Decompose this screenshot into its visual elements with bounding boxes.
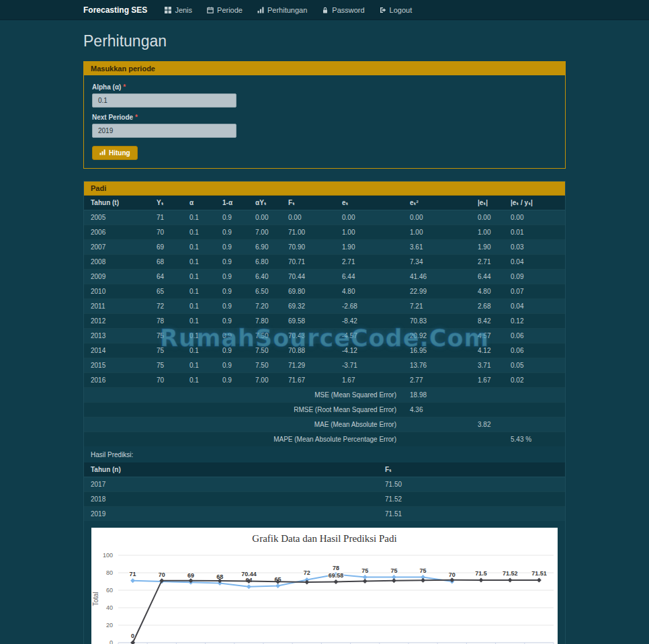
summary-value: 4.36 xyxy=(403,403,471,417)
nav-item-logout[interactable]: Logout xyxy=(380,6,413,14)
table-cell: 2.68 xyxy=(471,299,504,314)
svg-text:75: 75 xyxy=(361,567,368,574)
table-cell: 0.9 xyxy=(216,329,249,344)
svg-text:100: 100 xyxy=(103,552,113,559)
nav-item-periode[interactable]: Periode xyxy=(207,6,243,14)
input-panel: Masukkan periode Alpha (α) * Next Period… xyxy=(83,61,566,169)
svg-text:70: 70 xyxy=(449,571,456,578)
table-cell: 69 xyxy=(150,240,183,255)
column-header: αYₜ xyxy=(249,196,282,210)
table-cell: 71.50 xyxy=(378,477,565,492)
table-cell: 71.52 xyxy=(378,492,565,507)
svg-text:71: 71 xyxy=(130,571,136,577)
prediction-table-header: Tahun (n)Fₜ xyxy=(84,462,565,477)
chart-icon xyxy=(257,7,264,13)
table-cell: 2012 xyxy=(84,314,150,329)
next-periode-label: Next Periode * xyxy=(92,114,557,121)
table-cell: 4.57 xyxy=(471,329,504,344)
table-cell: 2019 xyxy=(84,507,378,522)
table-cell: 0.03 xyxy=(504,240,565,255)
table-row: 2013750.10.97.5070.43-4.5720.924.570.06 xyxy=(84,329,565,344)
navbar: Forecasting SES Jenis Periode Perhitunga… xyxy=(0,0,649,20)
table-cell: 2009 xyxy=(84,270,150,284)
column-header: α xyxy=(183,196,216,210)
table-cell: 69.32 xyxy=(282,299,335,314)
table-cell: 6.44 xyxy=(471,270,504,284)
table-cell: 4.80 xyxy=(471,284,504,299)
svg-text:70.44: 70.44 xyxy=(241,571,257,577)
svg-text:71.5: 71.5 xyxy=(475,570,487,577)
table-cell: 0.06 xyxy=(504,344,565,358)
table-cell: 2015 xyxy=(84,358,150,373)
column-header: eₜ² xyxy=(403,196,471,210)
nav-label: Password xyxy=(332,6,364,14)
summary-label: RMSE (Root Mean Squared Error) xyxy=(84,403,403,417)
svg-text:70: 70 xyxy=(159,571,165,578)
calendar-icon xyxy=(207,7,214,13)
alpha-input[interactable] xyxy=(92,93,236,108)
column-header: Yₜ xyxy=(150,196,183,210)
table-cell: 0.1 xyxy=(183,210,216,225)
app-brand[interactable]: Forecasting SES xyxy=(83,5,147,15)
svg-text:20: 20 xyxy=(106,622,113,629)
table-cell: 1.00 xyxy=(471,225,504,240)
calculation-table: Tahun (t)Yₜα1-ααYₜFₜeₜeₜ²|eₜ||eₜ / yₜ| 2… xyxy=(84,196,565,446)
table-cell: 70 xyxy=(150,225,183,240)
table-cell: 7.00 xyxy=(249,225,282,240)
table-cell: 70.71 xyxy=(282,255,335,270)
table-cell: 1.00 xyxy=(335,225,403,240)
table-cell: 2010 xyxy=(84,284,150,299)
table-cell: 0.9 xyxy=(216,314,249,329)
svg-text:0: 0 xyxy=(110,639,113,644)
summary-row: MAPE (Mean Absolute Percentage Error)5.4… xyxy=(84,432,565,447)
column-header: Fₜ xyxy=(378,462,565,477)
next-periode-input[interactable] xyxy=(92,124,236,138)
table-cell: 6.44 xyxy=(335,270,403,284)
hitung-button[interactable]: Hitung xyxy=(92,146,138,160)
table-cell: 2011 xyxy=(84,299,150,314)
results-panel: Padi RumahSourceCode.Com Tahun (t)Yₜα1-α… xyxy=(83,181,566,644)
results-panel-heading: Padi xyxy=(84,182,565,196)
summary-row: MSE (Mean Squared Error)18.98 xyxy=(84,388,565,403)
table-cell: 68 xyxy=(150,255,183,270)
summary-row: RMSE (Root Mean Squared Error)4.36 xyxy=(84,403,565,417)
svg-text:69: 69 xyxy=(187,572,194,579)
table-cell: 0.04 xyxy=(504,255,565,270)
svg-text:72: 72 xyxy=(304,569,310,576)
table-cell: 0.1 xyxy=(183,344,216,358)
table-cell: 1.67 xyxy=(471,373,504,388)
table-cell: 2006 xyxy=(84,225,150,240)
chart: Grafik Data dan Hasil Prediksi Padi 0204… xyxy=(91,528,558,644)
nav-label: Logout xyxy=(390,6,413,14)
table-cell: -3.71 xyxy=(335,358,403,373)
table-cell: 0.00 xyxy=(504,210,565,225)
table-cell: 0.00 xyxy=(249,210,282,225)
table-cell: 22.99 xyxy=(403,284,471,299)
table-cell: 7.20 xyxy=(249,299,282,314)
table-cell: 0.07 xyxy=(504,284,565,299)
table-row: 2016700.10.97.0071.671.672.771.670.02 xyxy=(84,373,565,388)
table-cell: 75 xyxy=(150,358,183,373)
table-cell: 0.9 xyxy=(216,270,249,284)
column-header: Fₜ xyxy=(282,196,335,210)
page-title: Perhitungan xyxy=(83,32,566,50)
nav-item-perhitungan[interactable]: Perhitungan xyxy=(257,6,307,14)
table-cell: 0.1 xyxy=(183,225,216,240)
nav-item-jenis[interactable]: Jenis xyxy=(165,6,192,14)
table-cell: 0.9 xyxy=(216,255,249,270)
table-cell: -4.57 xyxy=(335,329,403,344)
table-cell: 0.00 xyxy=(471,210,504,225)
table-row: 2010650.10.96.5069.804.8022.994.800.07 xyxy=(84,284,565,299)
table-cell: 0.1 xyxy=(183,240,216,255)
svg-text:40: 40 xyxy=(106,604,113,611)
svg-text:75: 75 xyxy=(420,567,427,574)
summary-row: MAE (Mean Absolute Error)3.82 xyxy=(84,417,565,432)
table-cell: 3.71 xyxy=(471,358,504,373)
table-cell: -8.42 xyxy=(335,314,403,329)
table-cell: 7.50 xyxy=(249,344,282,358)
table-cell: 72 xyxy=(150,299,183,314)
nav-item-password[interactable]: Password xyxy=(322,6,364,14)
summary-label: MAPE (Mean Absolute Percentage Error) xyxy=(84,432,403,447)
table-cell: 69.58 xyxy=(282,314,335,329)
table-cell: 2018 xyxy=(84,492,378,507)
